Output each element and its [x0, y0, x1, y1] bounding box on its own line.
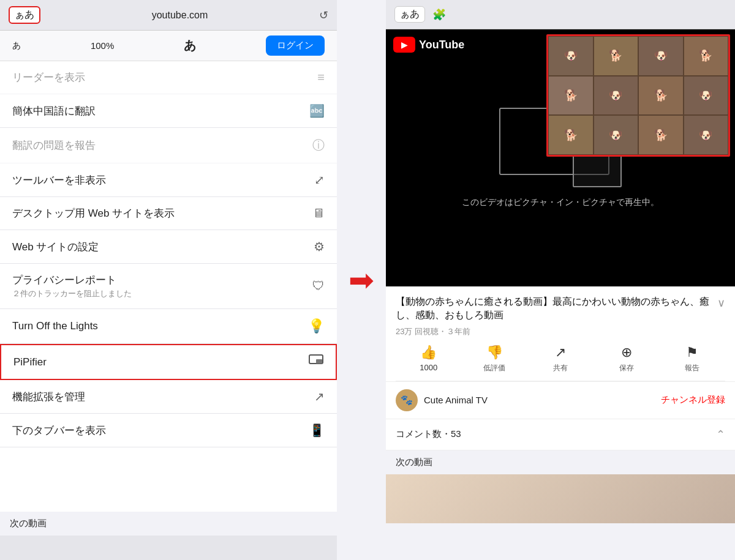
video-info: 【動物の赤ちゃんに癒される動画】最高にかわいい動物の赤ちゃん、癒し、感動、おもし…: [386, 286, 735, 382]
font-percent-label: 100%: [91, 40, 114, 51]
like-icon: 👍: [420, 345, 437, 360]
video-title: 【動物の赤ちゃんに癒される動画】最高にかわいい動物の赤ちゃん、癒し、感動、おもし…: [396, 295, 717, 323]
dislike-button[interactable]: 👎 低評価: [462, 345, 528, 373]
menu-item-turn-off-lights[interactable]: Turn Off the Lights 💡: [0, 309, 337, 344]
like-count: 1000: [420, 363, 437, 372]
svg-rect-1: [316, 359, 322, 364]
menu-item-reader-label: リーダーを表示: [12, 70, 85, 84]
privacy-icon: 🛡: [312, 279, 325, 293]
like-button[interactable]: 👍 1000: [396, 345, 462, 373]
translate-icon: 🔤: [309, 103, 325, 118]
menu-item-manage-ext[interactable]: 機能拡張を管理 ↗: [0, 380, 337, 414]
font-size-row: あ 100% あ ログイン: [0, 31, 337, 61]
subscribe-button[interactable]: チャンネル登録: [661, 394, 725, 406]
next-video-label-right: 次の動画: [386, 450, 735, 474]
menu-item-privacy-report[interactable]: プライバシーレポート ２件のトラッカーを阻止しました 🛡: [0, 264, 337, 309]
show-tabbar-label: 下のタブバーを表示: [12, 424, 106, 438]
youtube-logo: ▶ YouTube: [393, 37, 464, 53]
arrow-separator: ➡: [337, 0, 386, 560]
menu-item-website-settings[interactable]: Web サイトの設定 ⚙: [0, 230, 337, 264]
left-panel: ぁあ youtube.com ↺ あ 100% あ ログイン リーダーを表示 ≡…: [0, 0, 337, 560]
settings-icon: ⚙: [314, 239, 325, 254]
menu-item-website-settings-label: Web サイトの設定: [12, 240, 99, 254]
manage-ext-icon: ↗: [314, 389, 325, 404]
menu-item-reader[interactable]: リーダーを表示 ≡: [0, 61, 337, 94]
menu-item-show-tabbar[interactable]: 下のタブバーを表示 📱: [0, 414, 337, 447]
hide-toolbar-icon: ⤢: [314, 173, 325, 187]
channel-row: 🐾 Cute Animal TV チャンネル登録: [386, 382, 735, 419]
reader-icon: ≡: [317, 70, 325, 84]
extension-icon[interactable]: 🧩: [432, 8, 446, 21]
yt-play-icon: ▶: [393, 37, 415, 53]
share-button[interactable]: ↗ 共有: [527, 345, 594, 373]
privacy-label: プライバシーレポート: [12, 273, 132, 287]
report-button[interactable]: ⚑ 報告: [659, 345, 725, 373]
desktop-icon: 🖥: [312, 206, 325, 220]
turn-off-lights-icon: 💡: [308, 318, 325, 334]
font-small-label[interactable]: あ: [12, 40, 21, 51]
channel-avatar: 🐾: [396, 389, 418, 411]
right-panel: ぁあ 🧩 ▶ YouTube このビデオはピクチャ・イン・ピクチャで再生中。 🐶…: [386, 0, 735, 560]
next-video-label-left: 次の動画: [0, 512, 337, 536]
save-button[interactable]: ⊕ 保存: [594, 345, 660, 373]
video-container: ▶ YouTube このビデオはピクチャ・イン・ピクチャで再生中。 🐶 🐕 🐶 …: [386, 29, 735, 286]
report-icon: ⚑: [686, 345, 698, 360]
menu-item-desktop-label: デスクトップ用 Web サイトを表示: [12, 206, 175, 220]
comments-label: コメント数・53: [396, 428, 461, 440]
action-bar: 👍 1000 👎 低評価 ↗ 共有 ⊕ 保存 ⚑ 報告: [396, 337, 725, 381]
expand-comments-icon[interactable]: ⌃: [716, 428, 725, 441]
privacy-sub: ２件のトラッカーを阻止しました: [12, 288, 132, 299]
aa-button-right[interactable]: ぁあ: [394, 6, 425, 23]
right-arrow-icon: ➡: [349, 265, 374, 296]
menu-item-pipifier[interactable]: PiPifier: [0, 344, 337, 380]
bottom-strip-left: [0, 536, 337, 560]
url-display: youtube.com: [40, 10, 319, 21]
next-video-thumbnail: [386, 474, 735, 523]
menu-list: リーダーを表示 ≡ 簡体中国語に翻訳 🔤 翻訳の問題を報告 ⓘ ツールバーを非表…: [0, 61, 337, 512]
expand-title-icon[interactable]: ∨: [717, 296, 725, 310]
share-label: 共有: [553, 363, 568, 373]
dislike-label: 低評価: [483, 363, 505, 373]
reload-icon[interactable]: ↺: [319, 9, 328, 22]
menu-item-desktop-site[interactable]: デスクトップ用 Web サイトを表示 🖥: [0, 197, 337, 230]
menu-item-translate[interactable]: 簡体中国語に翻訳 🔤: [0, 94, 337, 128]
pip-thumbnail: 🐶 🐕 🐶 🐕 🐕 🐶 🐕 🐶 🐕 🐶 🐕 🐶: [546, 34, 730, 157]
channel-left: 🐾 Cute Animal TV: [396, 389, 488, 411]
menu-item-translate-report-label: 翻訳の問題を報告: [12, 138, 96, 152]
video-meta: 23万 回視聴・３年前: [396, 326, 725, 337]
pip-caption: このビデオはピクチャ・イン・ピクチャで再生中。: [462, 197, 659, 208]
menu-item-hide-toolbar-label: ツールバーを非表示: [12, 173, 106, 187]
privacy-item-left: プライバシーレポート ２件のトラッカーを阻止しました: [12, 273, 132, 299]
channel-name: Cute Animal TV: [424, 395, 488, 405]
dislike-icon: 👎: [486, 345, 503, 360]
show-tabbar-icon: 📱: [309, 423, 325, 438]
menu-item-translate-label: 簡体中国語に翻訳: [12, 104, 96, 118]
font-large-label[interactable]: あ: [184, 37, 196, 54]
comments-row[interactable]: コメント数・53 ⌃: [386, 419, 735, 450]
report-label: 報告: [685, 363, 699, 373]
aa-button-left[interactable]: ぁあ: [9, 6, 40, 24]
save-label: 保存: [619, 363, 634, 373]
video-title-row: 【動物の赤ちゃんに癒される動画】最高にかわいい動物の赤ちゃん、癒し、感動、おもし…: [396, 295, 725, 323]
yt-text: YouTube: [419, 39, 464, 51]
translate-report-icon: ⓘ: [312, 137, 325, 154]
turn-off-lights-label: Turn Off the Lights: [12, 320, 98, 332]
login-button[interactable]: ログイン: [266, 35, 325, 56]
pipifier-label: PiPifier: [13, 356, 47, 368]
menu-item-translate-report[interactable]: 翻訳の問題を報告 ⓘ: [0, 128, 337, 163]
share-icon: ↗: [555, 345, 566, 360]
manage-ext-label: 機能拡張を管理: [12, 390, 85, 404]
menu-item-hide-toolbar[interactable]: ツールバーを非表示 ⤢: [0, 163, 337, 197]
address-bar-right: ぁあ 🧩: [386, 0, 735, 29]
pipifier-icon: [309, 354, 323, 370]
save-icon: ⊕: [621, 345, 632, 360]
address-bar-left: ぁあ youtube.com ↺: [0, 0, 337, 31]
